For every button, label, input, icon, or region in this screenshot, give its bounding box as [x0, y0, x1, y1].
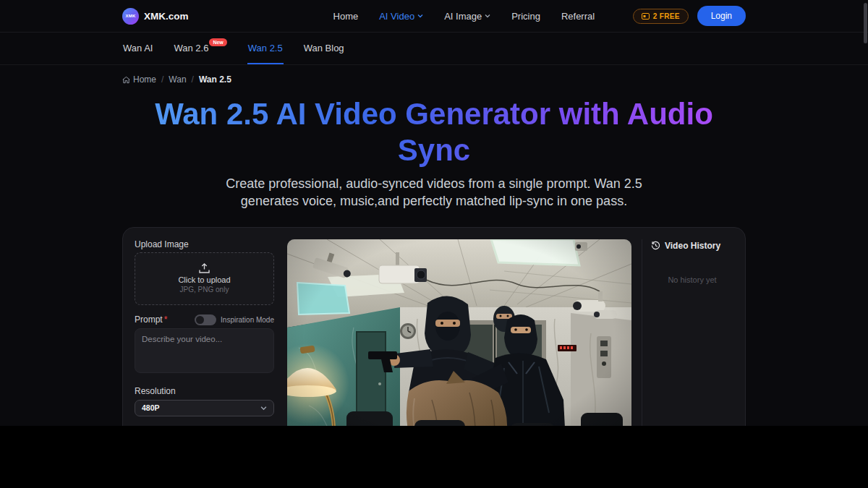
- prompt-header-row: Prompt* Inspiration Mode: [135, 314, 274, 325]
- upload-cta-label: Click to upload: [178, 275, 230, 284]
- page-subtitle: Create professional, audio-synced videos…: [199, 175, 669, 210]
- subnav-wan-2-6-label: Wan 2.6: [174, 43, 208, 53]
- home-icon: [122, 76, 130, 84]
- scrollbar-thumb[interactable]: [864, 3, 867, 43]
- chevron-down-icon: [417, 13, 423, 19]
- subnav-wan-ai[interactable]: Wan AI: [122, 33, 153, 64]
- upload-dropzone[interactable]: Click to upload JPG, PNG only: [135, 252, 274, 305]
- resolution-select[interactable]: 480P: [135, 400, 274, 416]
- prompt-input[interactable]: [135, 328, 274, 373]
- upload-icon: [198, 263, 210, 274]
- generator-controls: Upload Image Click to upload JPG, PNG on…: [135, 239, 274, 426]
- breadcrumb-home[interactable]: Home: [122, 74, 156, 85]
- inspiration-mode-control: Inspiration Mode: [195, 314, 274, 325]
- generator-panel: Upload Image Click to upload JPG, PNG on…: [122, 227, 746, 426]
- nav-pricing[interactable]: Pricing: [511, 11, 540, 22]
- breadcrumb-current: Wan 2.5: [199, 74, 231, 85]
- resolution-label: Resolution: [135, 386, 274, 396]
- preview-image: [287, 239, 631, 426]
- nav-ai-video[interactable]: AI Video: [379, 11, 423, 22]
- free-credits-badge[interactable]: 2 FREE: [633, 9, 689, 24]
- nav-home[interactable]: Home: [333, 11, 359, 22]
- subnav-wan-2-5[interactable]: Wan 2.5: [247, 33, 284, 64]
- video-history-header: Video History: [651, 239, 733, 251]
- resolution-value: 480P: [142, 403, 160, 412]
- video-history-title: Video History: [665, 241, 720, 251]
- breadcrumb-wan[interactable]: Wan: [169, 74, 186, 85]
- subnav-wan-blog[interactable]: Wan Blog: [303, 33, 345, 64]
- video-history-empty: No history yet: [651, 275, 733, 284]
- prompt-label-text: Prompt: [135, 314, 163, 325]
- login-button[interactable]: Login: [697, 6, 746, 26]
- brand-name: XMK.com: [144, 11, 189, 22]
- breadcrumb-separator: /: [192, 74, 194, 85]
- nav-referral[interactable]: Referral: [561, 11, 595, 22]
- breadcrumb-home-label: Home: [133, 74, 156, 85]
- upload-hint-label: JPG, PNG only: [180, 286, 229, 294]
- main-nav: Home AI Video AI Image Pricing Referral: [333, 11, 595, 22]
- nav-ai-image-label: AI Image: [444, 11, 482, 22]
- top-navbar: XMK XMK.com Home AI Video AI Image Prici…: [0, 0, 868, 33]
- duration-label: Duration: [135, 424, 274, 426]
- history-clock-icon: [651, 241, 660, 250]
- preview-scene: [287, 239, 631, 426]
- inspiration-mode-label: Inspiration Mode: [221, 316, 274, 324]
- chevron-down-icon: [485, 13, 490, 19]
- prompt-label: Prompt*: [135, 314, 167, 325]
- nav-ai-video-label: AI Video: [379, 11, 414, 22]
- header-actions: 2 FREE Login: [633, 6, 746, 26]
- page: XMK XMK.com Home AI Video AI Image Prici…: [0, 0, 868, 426]
- upload-image-label: Upload Image: [135, 239, 274, 249]
- subnav-wan-2-6[interactable]: Wan 2.6 New: [173, 33, 227, 64]
- new-badge: New: [209, 38, 226, 46]
- inspiration-mode-toggle[interactable]: [195, 314, 216, 325]
- credit-card-icon: [642, 13, 650, 20]
- nav-ai-image[interactable]: AI Image: [444, 11, 490, 22]
- sub-navbar: Wan AI Wan 2.6 New Wan 2.5 Wan Blog: [0, 33, 868, 65]
- page-title: Wan 2.5 AI Video Generator with Audio Sy…: [116, 96, 752, 168]
- brand-logo-icon: XMK: [122, 8, 139, 25]
- video-history-panel: Video History No history yet: [642, 239, 733, 426]
- brand[interactable]: XMK XMK.com: [122, 8, 189, 25]
- breadcrumb-separator: /: [161, 74, 163, 85]
- chevron-down-icon: [260, 405, 267, 411]
- breadcrumb: Home / Wan / Wan 2.5: [122, 74, 746, 85]
- required-asterisk: *: [164, 314, 168, 325]
- free-credits-label: 2 FREE: [653, 12, 680, 20]
- toggle-knob: [196, 316, 204, 324]
